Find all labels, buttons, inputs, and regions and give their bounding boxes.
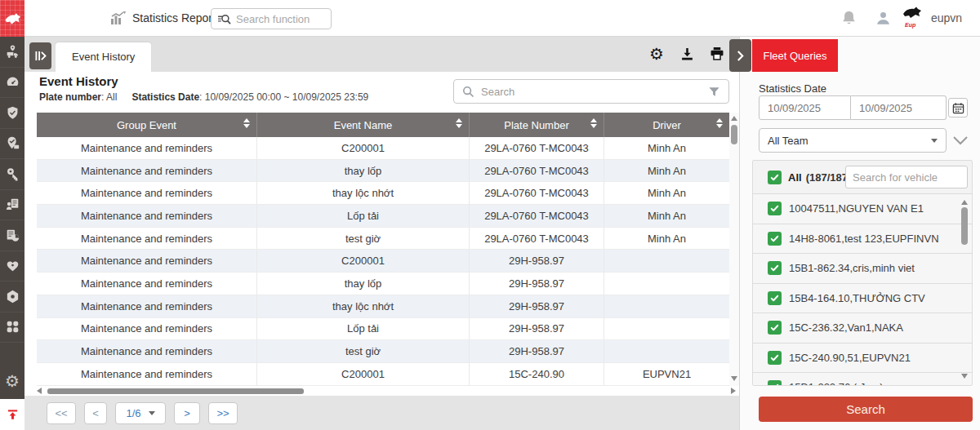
first-page-button[interactable]: << [47, 402, 76, 424]
username-label[interactable]: eupvn [931, 0, 962, 37]
vehicle-search-input[interactable] [845, 166, 968, 188]
calendar-button[interactable] [948, 98, 968, 117]
table-row: Maintenance and remindersC20000129LA-076… [37, 137, 729, 160]
sidebar-item-dashboard[interactable] [0, 68, 24, 99]
page-select-dropdown[interactable]: 1/6 [115, 402, 166, 424]
scroll-down-arrow[interactable] [731, 376, 737, 381]
plate-number-label: Plate number [39, 91, 101, 103]
user-account-icon[interactable] [875, 11, 891, 29]
table-cell [604, 250, 729, 272]
vehicle-list-item[interactable]: 14H8-8061,test 123,EUPFINVN [753, 224, 972, 254]
sidebar-item-driver-report[interactable] [0, 190, 24, 221]
vehicle-list-item[interactable]: 15C-240.90,51,EUPVN21 [753, 343, 972, 373]
select-all-label[interactable]: All [788, 171, 802, 184]
vehicle-checkbox-checked[interactable] [768, 380, 782, 386]
print-button[interactable] [708, 44, 726, 64]
scroll-to-top-icon[interactable] [7, 408, 19, 421]
settings-gear-icon: ⚙ [5, 373, 20, 389]
sidebar-item-checkpoint[interactable] [0, 129, 24, 160]
settings-button[interactable]: ⚙ [648, 44, 666, 64]
pin-check-icon [6, 136, 20, 150]
plate-number-value: : All [101, 91, 117, 103]
logo-bird-icon [3, 11, 21, 27]
fleet-queries-tab[interactable]: Fleet Queries [752, 39, 838, 72]
list-scroll-up-arrow[interactable] [961, 200, 968, 205]
filter-button[interactable] [708, 86, 720, 98]
search-button[interactable]: Search [759, 397, 973, 422]
previous-page-button[interactable]: < [84, 402, 107, 424]
shield-check-icon [6, 106, 20, 120]
table-cell: test giờ [257, 340, 470, 362]
table-search-box[interactable] [453, 79, 729, 104]
table-cell: EUPVN21 [604, 363, 729, 385]
horizontal-scroll-thumb[interactable] [47, 388, 304, 394]
table-cell: thay lộc nhớt [257, 295, 470, 317]
table-row: Maintenance and reminderstest giờ29H-958… [37, 340, 729, 363]
vehicle-label: 10047511,NGUYEN VAN E1 [789, 202, 924, 215]
select-all-checkbox-checked[interactable] [768, 171, 782, 184]
sidebar-item-key-control[interactable] [0, 159, 24, 190]
vertical-scroll-thumb[interactable] [731, 125, 737, 144]
vehicle-list-scrollbar[interactable] [960, 197, 969, 383]
vehicle-checkbox-checked[interactable] [768, 202, 782, 215]
column-header-plate-number[interactable]: Plate Number [470, 113, 604, 137]
export-download-button[interactable] [678, 44, 696, 64]
list-scroll-thumb[interactable] [961, 207, 968, 245]
vehicle-list-item[interactable]: 15B1-862.34,cris,minh viet [753, 253, 972, 283]
vehicle-list-item[interactable]: 10047511,NGUYEN VAN E1 [753, 193, 972, 224]
sidebar-item-apps[interactable] [0, 313, 24, 344]
scroll-left-arrow[interactable] [37, 388, 42, 394]
date-to-input[interactable] [851, 95, 947, 120]
vehicle-checkbox-checked[interactable] [768, 232, 782, 246]
vehicle-checkbox-checked[interactable] [768, 321, 782, 335]
vehicle-checkbox-checked[interactable] [768, 351, 782, 365]
sort-icon[interactable] [716, 118, 723, 128]
function-search-box[interactable] [211, 8, 332, 29]
sidebar-expand-button[interactable] [29, 42, 51, 69]
list-scroll-down-arrow[interactable] [961, 374, 968, 379]
last-page-button[interactable]: >> [208, 402, 238, 424]
column-header-driver[interactable]: Driver [604, 113, 729, 137]
function-search-input[interactable] [236, 13, 325, 25]
vehicle-list-item[interactable]: 15C-236.32,Van1,NAKA [753, 313, 972, 343]
notifications-bell-icon[interactable] [841, 10, 857, 29]
sidebar-item-vehicle-monitoring[interactable] [0, 37, 24, 68]
app-logo[interactable] [0, 0, 24, 37]
key-icon [6, 167, 20, 181]
vehicle-list-item[interactable]: 15D1-222.76 ( Jan ) [753, 372, 972, 386]
tab-event-history[interactable]: Event History [56, 42, 151, 72]
table-vertical-scrollbar[interactable] [729, 113, 739, 386]
vehicle-list-item[interactable]: 15B4-164.10,THƯỞNG CTV [753, 283, 972, 313]
statistics-date-value: : 10/09/2025 00:00 ~ 10/09/2025 23:59 [199, 91, 368, 103]
vehicle-count: (187/187) [806, 171, 852, 184]
table-horizontal-scrollbar[interactable] [37, 388, 729, 395]
sort-icon[interactable] [243, 118, 250, 128]
team-select[interactable]: All Team [759, 128, 947, 153]
expand-panel-icon [34, 51, 47, 61]
column-label: Event Name [334, 119, 393, 131]
table-search-input[interactable] [481, 86, 702, 98]
next-page-button[interactable]: > [174, 402, 200, 424]
date-from-input[interactable] [759, 95, 851, 120]
sidebar-item-module[interactable] [0, 281, 24, 313]
section-collapse-chevron[interactable] [950, 132, 971, 149]
sidebar-item-statistics-report[interactable] [0, 220, 24, 251]
vehicle-checkbox-checked[interactable] [768, 261, 782, 275]
table-cell: Maintenance and reminders [37, 340, 257, 362]
team-select-value: All Team [768, 135, 808, 147]
column-header-event-name[interactable]: Event Name [257, 113, 470, 137]
table-cell: 29LA-0760 T-MC0043 [470, 228, 604, 250]
collapse-right-panel-button[interactable] [729, 39, 751, 72]
sort-icon[interactable] [590, 118, 597, 128]
sort-icon[interactable] [456, 118, 462, 128]
sidebar-item-security[interactable] [0, 98, 24, 129]
scroll-up-arrow[interactable] [731, 116, 737, 121]
table-cell: Maintenance and reminders [37, 182, 257, 204]
table-row: Maintenance and remindersLốp tải29LA-076… [37, 205, 729, 228]
sidebar-item-settings[interactable]: ⚙ [0, 363, 24, 399]
sidebar-item-favorite-location[interactable] [0, 251, 24, 282]
vehicle-checkbox-checked[interactable] [768, 291, 782, 305]
column-header-group-event[interactable]: Group Event [37, 113, 257, 137]
scroll-right-arrow[interactable] [731, 388, 736, 394]
vehicle-label: 15C-236.32,Van1,NAKA [789, 321, 903, 334]
